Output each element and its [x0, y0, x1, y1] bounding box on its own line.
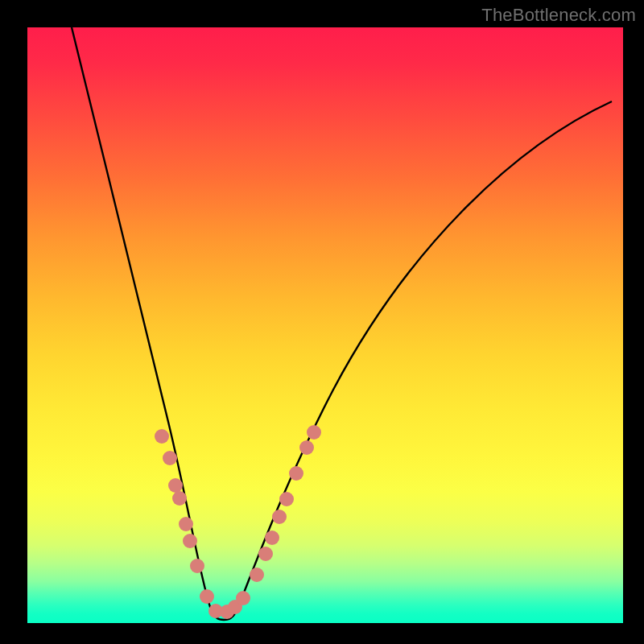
- svg-point-13: [258, 547, 273, 561]
- svg-point-12: [250, 568, 264, 582]
- svg-point-17: [289, 466, 303, 481]
- svg-point-18: [299, 440, 314, 455]
- svg-point-11: [236, 591, 250, 605]
- svg-point-16: [279, 492, 294, 506]
- svg-point-14: [265, 530, 279, 545]
- svg-point-5: [183, 534, 197, 548]
- plot-area: [27, 27, 623, 623]
- svg-point-7: [200, 589, 214, 604]
- svg-point-4: [179, 517, 193, 531]
- marker-cluster-right: [220, 425, 321, 619]
- svg-point-3: [172, 491, 187, 506]
- svg-point-0: [155, 429, 169, 444]
- svg-point-6: [190, 559, 204, 573]
- marker-cluster-left: [155, 429, 223, 618]
- curve-layer: [27, 27, 623, 623]
- svg-point-15: [272, 510, 287, 524]
- bottleneck-curve: [72, 27, 612, 620]
- chart-frame: TheBottleneck.com: [0, 0, 644, 644]
- watermark-text: TheBottleneck.com: [481, 5, 636, 26]
- svg-point-19: [307, 425, 321, 440]
- svg-point-1: [163, 451, 177, 465]
- svg-point-2: [168, 478, 183, 493]
